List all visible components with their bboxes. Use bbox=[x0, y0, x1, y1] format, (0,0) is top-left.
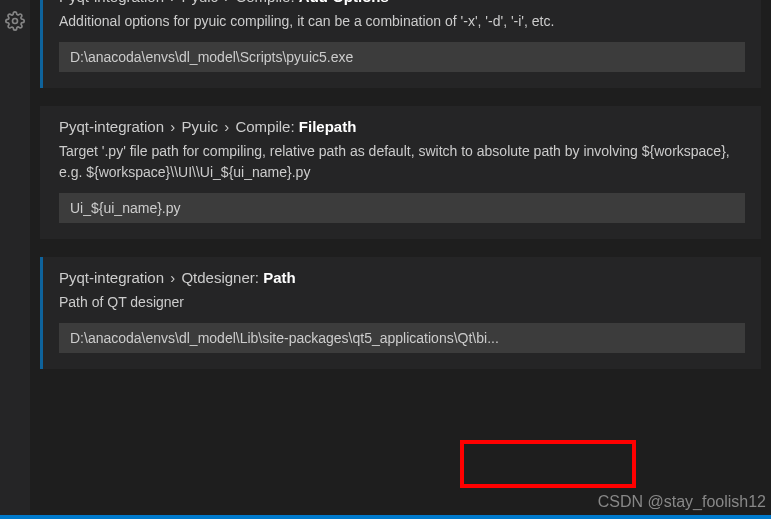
setting-name: Filepath bbox=[299, 118, 357, 135]
breadcrumb-segment: Pyqt-integration bbox=[59, 269, 164, 286]
status-bar bbox=[0, 515, 771, 519]
chevron-icon: › bbox=[170, 118, 175, 135]
setting-description: Target '.py' file path for compiling, re… bbox=[59, 141, 745, 183]
watermark-text: CSDN @stay_foolish12 bbox=[598, 493, 766, 511]
setting-input-qtdesigner-path[interactable] bbox=[59, 323, 745, 353]
chevron-icon: › bbox=[224, 118, 229, 135]
breadcrumb-segment: Qtdesigner bbox=[181, 269, 254, 286]
setting-title: Pyqt-integration › Qtdesigner: Path bbox=[59, 269, 745, 286]
activity-bar bbox=[0, 0, 30, 519]
annotation-highlight bbox=[460, 440, 636, 488]
chevron-icon: › bbox=[170, 269, 175, 286]
settings-icon[interactable] bbox=[3, 9, 27, 33]
breadcrumb-segment: Pyqt-integration bbox=[59, 0, 164, 5]
breadcrumb-segment: Pyuic bbox=[181, 0, 218, 5]
svg-point-0 bbox=[13, 19, 18, 24]
setting-name: Path bbox=[263, 269, 296, 286]
setting-title: Pyqt-integration › Pyuic › Compile: File… bbox=[59, 118, 745, 135]
setting-input-add-options[interactable] bbox=[59, 42, 745, 72]
setting-item-qtdesigner-path: Pyqt-integration › Qtdesigner: Path Path… bbox=[40, 257, 761, 369]
setting-item-filepath: Pyqt-integration › Pyuic › Compile: File… bbox=[40, 106, 761, 239]
settings-panel: Pyqt-integration › Pyuic › Compile: Add … bbox=[30, 0, 771, 369]
setting-input-filepath[interactable] bbox=[59, 193, 745, 223]
setting-description: Additional options for pyuic compiling, … bbox=[59, 11, 745, 32]
setting-item-add-options: Pyqt-integration › Pyuic › Compile: Add … bbox=[40, 0, 761, 88]
setting-name: Add Options bbox=[299, 0, 389, 5]
breadcrumb-segment: Compile bbox=[235, 118, 290, 135]
chevron-icon: › bbox=[170, 0, 175, 5]
breadcrumb-segment: Pyuic bbox=[181, 118, 218, 135]
setting-title: Pyqt-integration › Pyuic › Compile: Add … bbox=[59, 0, 745, 5]
breadcrumb-segment: Pyqt-integration bbox=[59, 118, 164, 135]
chevron-icon: › bbox=[224, 0, 229, 5]
setting-description: Path of QT designer bbox=[59, 292, 745, 313]
breadcrumb-segment: Compile bbox=[235, 0, 290, 5]
